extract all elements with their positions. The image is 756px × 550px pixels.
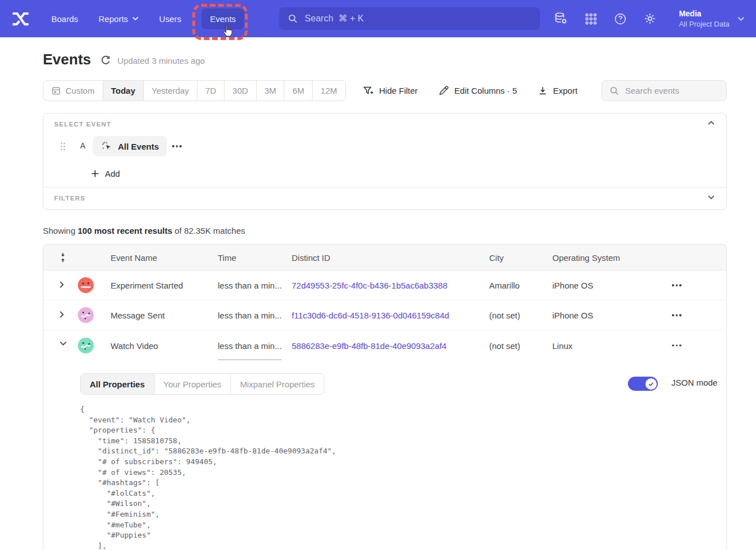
refresh-icon[interactable] [100, 55, 111, 66]
date-range-12m[interactable]: 12M [312, 81, 345, 101]
column-header-city[interactable]: City [489, 252, 504, 262]
column-resize-indicator [218, 359, 282, 360]
summary-prefix: Showing [43, 226, 78, 235]
ellipsis-icon [172, 145, 182, 147]
filters-label: FILTERS [54, 195, 85, 202]
distinct-id-link[interactable]: 72d49553-25fc-4f0c-b436-1b5ac6ab3388 [292, 281, 447, 290]
expand-row-icon[interactable] [59, 311, 68, 320]
settings-gear-icon[interactable] [643, 12, 657, 25]
json-mode-label: JSON mode [671, 378, 718, 387]
nav-item-reports[interactable]: Reports [99, 14, 139, 24]
primary-nav: BoardsReportsUsersEvents [51, 8, 244, 29]
global-search-input[interactable] [305, 14, 531, 24]
hide-filter-button[interactable]: Hide Filter [363, 85, 417, 97]
event-detail-panel: All PropertiesYour PropertiesMixpanel Pr… [43, 360, 726, 550]
mixpanel-logo-icon[interactable] [11, 10, 30, 28]
last-updated-text: Updated 3 minutes ago [117, 56, 205, 66]
add-event-button[interactable]: Add [91, 165, 120, 181]
summary-highlight: 100 most recent results [78, 226, 173, 235]
tab-all-properties[interactable]: All Properties [81, 374, 154, 394]
collapse-rows-icon[interactable] [59, 251, 67, 263]
project-name: Media [679, 8, 729, 19]
top-navbar: BoardsReportsUsersEvents [0, 0, 756, 37]
apps-grid-icon[interactable] [584, 12, 597, 25]
date-range-label: Custom [65, 86, 95, 95]
distinct-id-link[interactable]: f11c30d6-dc6d-4518-9136-0d046159c84d [292, 311, 449, 320]
expand-row-icon[interactable] [59, 281, 68, 290]
os-cell: Linux [552, 341, 573, 350]
column-header-time[interactable]: Time [218, 252, 236, 262]
nav-item-label: Events [210, 14, 236, 24]
export-button[interactable]: Export [538, 86, 577, 96]
query-builder-card: SELECT EVENT A All Events [43, 113, 727, 210]
chevron-down-icon[interactable] [707, 195, 715, 200]
date-range-6m[interactable]: 6M [284, 81, 312, 101]
toggle-check-icon [645, 378, 657, 390]
search-icon [609, 86, 619, 96]
event-more-button[interactable] [172, 136, 182, 156]
time-cell: less than a min... [218, 341, 282, 350]
events-search-input[interactable] [625, 86, 737, 95]
row-actions-button[interactable] [669, 311, 685, 320]
events-search[interactable] [601, 80, 727, 101]
os-cell: iPhone OS [552, 281, 594, 290]
row-actions-button[interactable] [669, 281, 685, 290]
column-header-operating-system[interactable]: Operating System [552, 252, 620, 262]
nav-item-boards[interactable]: Boards [51, 14, 78, 24]
date-range-label: Today [111, 86, 135, 95]
global-search[interactable] [279, 7, 540, 30]
project-switcher[interactable]: Media All Project Data [679, 8, 745, 29]
date-range-custom[interactable]: Custom [43, 81, 103, 101]
project-scope: All Project Data [679, 19, 729, 29]
row-actions-button[interactable] [669, 341, 685, 350]
date-range-7d[interactable]: 7D [197, 81, 224, 101]
table-row: Experiment Startedless than a min...72d4… [43, 270, 726, 300]
properties-tabs: All PropertiesYour PropertiesMixpanel Pr… [80, 373, 324, 395]
export-label: Export [553, 86, 577, 95]
pencil-icon [438, 85, 449, 96]
event-name-cell: Watch Video [111, 341, 158, 350]
drag-handle-icon[interactable] [60, 142, 66, 151]
date-range-label: 7D [205, 86, 216, 95]
time-cell: less than a min... [218, 311, 282, 320]
collapse-row-icon[interactable] [59, 341, 68, 350]
tab-your-properties[interactable]: Your Properties [154, 374, 231, 394]
hide-filter-label: Hide Filter [379, 86, 417, 95]
date-range-3m[interactable]: 3M [256, 81, 284, 101]
navbar-actions: Media All Project Data [553, 8, 745, 29]
table-row: Watch Videoless than a min...5886283e-e9… [43, 330, 726, 360]
os-cell: iPhone OS [552, 311, 594, 320]
date-range-30d[interactable]: 30D [224, 81, 256, 101]
city-cell: Amarillo [489, 281, 520, 290]
selected-event-label: All Events [118, 142, 159, 151]
step-letter: A [80, 141, 85, 150]
tab-mixpanel-properties[interactable]: Mixpanel Properties [230, 374, 324, 394]
cursor-pointer-icon [221, 24, 234, 38]
chevron-down-icon [132, 16, 139, 21]
date-range-label: 30D [232, 86, 248, 95]
nav-item-users[interactable]: Users [159, 14, 181, 24]
distinct-id-link[interactable]: 5886283e-e9fb-48fb-81de-40e9093a2af4 [292, 341, 446, 350]
column-header-event-name[interactable]: Event Name [111, 252, 157, 262]
table-row: Message Sentless than a min...f11c30d6-d… [43, 300, 726, 330]
chevron-down-icon [737, 16, 745, 21]
date-range-today[interactable]: Today [103, 81, 143, 101]
event-json-viewer: { "event": "Watch Video", "properties": … [80, 404, 336, 550]
city-cell: (not set) [489, 341, 520, 350]
select-event-label: SELECT EVENT [54, 121, 111, 128]
date-range-control: CustomTodayYesterday7D30D3M6M12M [43, 80, 346, 101]
date-range-yesterday[interactable]: Yesterday [143, 81, 197, 101]
user-avatar [78, 277, 94, 293]
help-icon[interactable] [614, 12, 627, 25]
filter-funnel-icon [363, 85, 374, 97]
download-icon [538, 86, 548, 96]
edit-columns-button[interactable]: Edit Columns · 5 [438, 85, 517, 96]
selected-event-button[interactable]: All Events [93, 136, 167, 156]
search-icon [288, 14, 298, 24]
plus-icon [91, 169, 99, 178]
json-mode-toggle[interactable] [628, 377, 658, 391]
data-management-icon[interactable] [553, 11, 568, 26]
chevron-up-icon[interactable] [707, 120, 715, 125]
column-header-distinct-id[interactable]: Distinct ID [292, 252, 330, 262]
events-table: Event NameTimeDistinct IDCityOperating S… [43, 244, 727, 550]
